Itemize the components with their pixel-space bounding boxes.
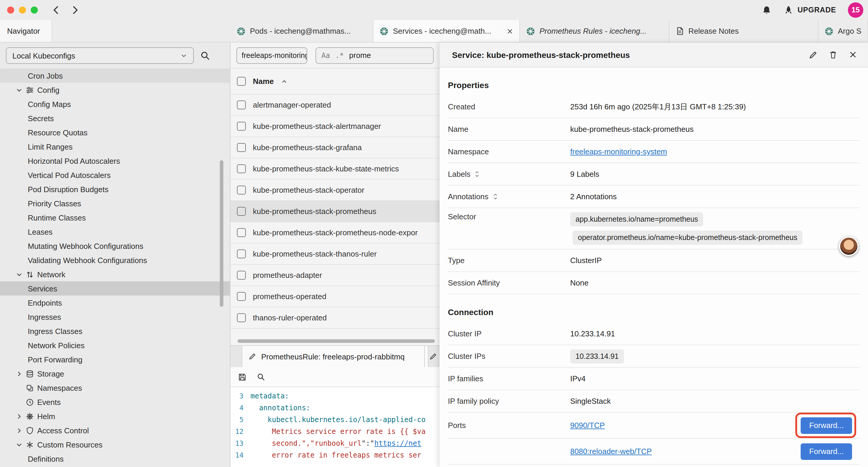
row-checkbox[interactable] bbox=[237, 143, 246, 152]
tab-pods-icecheng-mathmas[interactable]: Pods - icecheng@mathmas... bbox=[230, 20, 373, 42]
chevron-right-icon[interactable] bbox=[16, 427, 23, 434]
sidebar-item-network-policies[interactable]: Network Policies bbox=[0, 338, 230, 352]
sidebar-item-namespaces[interactable]: Namespaces bbox=[0, 381, 230, 395]
sidebar-item-port-forwarding[interactable]: Port Forwarding bbox=[0, 352, 230, 367]
row-checkbox[interactable] bbox=[237, 228, 246, 237]
yaml-editor[interactable]: 3metadata:4 annotations:5 kubectl.kubern… bbox=[230, 387, 440, 467]
table-row-kube-prometheus-stack-operator[interactable]: kube-prometheus-stack-operator bbox=[230, 180, 440, 201]
user-avatar[interactable] bbox=[839, 236, 859, 256]
sidebar-item-network[interactable]: Network bbox=[0, 267, 230, 282]
close-tab-icon[interactable] bbox=[506, 28, 514, 35]
sidebar-item-config-maps[interactable]: Config Maps bbox=[0, 97, 230, 111]
service-name: kube-prometheus-stack-grafana bbox=[253, 143, 362, 152]
chevron-down-icon[interactable] bbox=[16, 87, 23, 93]
table-row-kube-prometheus-stack-prometheus-node-expor[interactable]: kube-prometheus-stack-prometheus-node-ex… bbox=[230, 222, 440, 243]
tab-argo-s[interactable]: Argo S bbox=[818, 20, 868, 42]
sidebar-item-cron-jobs[interactable]: Cron Jobs bbox=[0, 68, 230, 83]
sidebar-item-endpoints[interactable]: Endpoints bbox=[0, 296, 230, 310]
table-row-prometheus-adapter[interactable]: prometheus-adapter bbox=[230, 265, 440, 286]
drawer-row-labels: Labels 9 Labels bbox=[448, 163, 860, 185]
back-icon[interactable] bbox=[51, 5, 61, 16]
table-row-thanos-ruler-operated[interactable]: thanos-ruler-operated bbox=[230, 308, 440, 329]
sidebar-item-validating-webhook-configurations[interactable]: Validating Webhook Configurations bbox=[0, 253, 230, 267]
row-checkbox[interactable] bbox=[237, 271, 246, 280]
table-row-alertmanager-operated[interactable]: alertmanager-operated bbox=[230, 95, 440, 116]
save-icon[interactable] bbox=[238, 372, 247, 382]
tab-services-icecheng-math[interactable]: Services - icecheng@math... bbox=[373, 20, 520, 42]
row-checkbox[interactable] bbox=[237, 292, 246, 301]
sidebar-item-secrets[interactable]: Secrets bbox=[0, 111, 230, 125]
chevron-right-icon[interactable] bbox=[16, 370, 23, 377]
row-checkbox[interactable] bbox=[237, 207, 246, 216]
table-row-kube-prometheus-stack-prometheus[interactable]: kube-prometheus-stack-prometheus bbox=[230, 201, 440, 222]
window-zoom-button[interactable] bbox=[31, 6, 38, 13]
sidebar-item-leases[interactable]: Leases bbox=[0, 225, 230, 239]
delete-trash-icon[interactable] bbox=[829, 50, 838, 59]
sidebar-item-horizontal-pod-autoscalers[interactable]: Horizontal Pod Autoscalers bbox=[0, 154, 230, 168]
table-row-kube-prometheus-stack-kube-state-metrics[interactable]: kube-prometheus-stack-kube-state-metrics bbox=[230, 158, 440, 180]
chevron-right-icon[interactable] bbox=[16, 413, 23, 419]
sidebar-item-mutating-webhook-configurations[interactable]: Mutating Webhook Configurations bbox=[0, 239, 230, 253]
sidebar-item-vertical-pod-autoscalers[interactable]: Vertical Pod Autoscalers bbox=[0, 168, 230, 182]
sidebar-item-storage[interactable]: Storage bbox=[0, 367, 230, 381]
column-header-name[interactable]: Name bbox=[253, 77, 274, 86]
forward-button[interactable]: Forward... bbox=[801, 417, 852, 434]
port-link[interactable]: 8080:reloader-web/TCP bbox=[570, 447, 652, 456]
sidebar-item-ingress-classes[interactable]: Ingress Classes bbox=[0, 324, 230, 338]
sidebar-item-config[interactable]: Config bbox=[0, 83, 230, 97]
sort-ascending-icon[interactable] bbox=[281, 78, 288, 85]
close-icon[interactable] bbox=[848, 50, 857, 59]
notifications-bell-icon[interactable] bbox=[761, 5, 771, 15]
expand-updown-icon[interactable] bbox=[492, 193, 498, 200]
window-minimize-button[interactable] bbox=[19, 6, 26, 13]
namespace-link[interactable]: freeleaps-monitoring-system bbox=[570, 147, 667, 156]
row-checkbox[interactable] bbox=[237, 100, 246, 109]
sidebar-item-resource-quotas[interactable]: Resource Quotas bbox=[0, 125, 230, 140]
expand-updown-icon[interactable] bbox=[474, 170, 481, 178]
sidebar-item-ingresses[interactable]: Ingresses bbox=[0, 310, 230, 324]
sidebar-item-runtime-classes[interactable]: Runtime Classes bbox=[0, 210, 230, 225]
sidebar-item-custom-resources[interactable]: Custom Resources bbox=[0, 437, 230, 451]
search-icon[interactable] bbox=[200, 50, 210, 61]
match-case-toggle[interactable]: Aa bbox=[321, 51, 330, 59]
table-row-kube-prometheus-stack-thanos-ruler[interactable]: kube-prometheus-stack-thanos-ruler bbox=[230, 243, 440, 265]
select-all-checkbox[interactable] bbox=[237, 77, 246, 86]
forward-button[interactable]: Forward... bbox=[801, 443, 852, 460]
chevron-down-icon[interactable] bbox=[16, 441, 23, 448]
search-input[interactable]: Aa .* prome bbox=[315, 47, 434, 63]
sidebar-item-definitions[interactable]: Definitions bbox=[0, 451, 230, 466]
regex-toggle[interactable]: .* bbox=[335, 51, 344, 59]
port-link[interactable]: 9090/TCP bbox=[570, 421, 605, 430]
row-checkbox[interactable] bbox=[237, 250, 246, 258]
edit-pencil-icon[interactable] bbox=[808, 50, 818, 59]
dock-tab-prometheusrule[interactable]: PrometheusRule: freeleaps-prod-rabbitmq bbox=[242, 346, 428, 367]
table-row-prometheus-operated[interactable]: prometheus-operated bbox=[230, 286, 440, 308]
sidebar-item-helm[interactable]: Helm bbox=[0, 409, 230, 423]
sidebar-item-pod-disruption-budgets[interactable]: Pod Disruption Budgets bbox=[0, 182, 230, 196]
row-checkbox[interactable] bbox=[237, 164, 246, 173]
row-checkbox[interactable] bbox=[237, 185, 246, 195]
drawer-row-created: Created 253d 16h 6m ago (2025年1月13日 GMT+… bbox=[448, 96, 860, 118]
upgrade-button[interactable]: UPGRADE bbox=[783, 5, 836, 15]
table-row-kube-prometheus-stack-grafana[interactable]: kube-prometheus-stack-grafana bbox=[230, 137, 440, 158]
tab-prometheus-rules-icecheng[interactable]: Prometheus Rules - icecheng... bbox=[520, 20, 670, 42]
dock-tab-next[interactable] bbox=[424, 346, 440, 367]
sidebar-item-access-control[interactable]: Access Control bbox=[0, 423, 230, 437]
sidebar-item-services[interactable]: Services bbox=[0, 282, 230, 296]
notification-count-badge[interactable]: 15 bbox=[848, 2, 863, 18]
sidebar-scrollbar[interactable] bbox=[220, 160, 223, 307]
sidebar-item-events[interactable]: Events bbox=[0, 395, 230, 409]
namespace-select[interactable]: freeleaps-monitoring-system bbox=[236, 47, 307, 63]
row-checkbox[interactable] bbox=[237, 313, 246, 322]
horizontal-scrollbar[interactable] bbox=[238, 339, 435, 343]
forward-icon[interactable] bbox=[70, 5, 80, 16]
tab-release-notes[interactable]: Release Notes bbox=[670, 20, 818, 42]
search-icon[interactable] bbox=[256, 372, 265, 381]
kubeconfig-select[interactable]: Local Kubeconfigs bbox=[6, 47, 194, 64]
window-close-button[interactable] bbox=[7, 6, 14, 13]
row-checkbox[interactable] bbox=[237, 122, 246, 130]
chevron-down-icon[interactable] bbox=[16, 271, 23, 278]
table-row-kube-prometheus-stack-alertmanager[interactable]: kube-prometheus-stack-alertmanager bbox=[230, 116, 440, 137]
sidebar-item-priority-classes[interactable]: Priority Classes bbox=[0, 196, 230, 210]
sidebar-item-limit-ranges[interactable]: Limit Ranges bbox=[0, 140, 230, 154]
